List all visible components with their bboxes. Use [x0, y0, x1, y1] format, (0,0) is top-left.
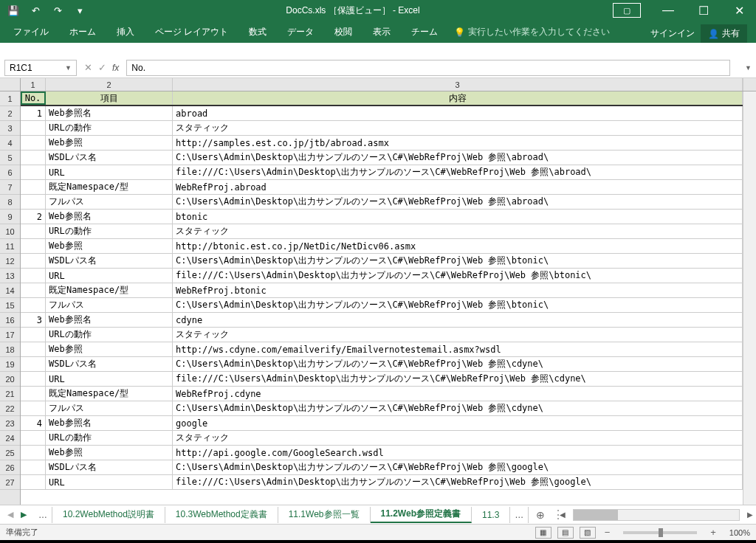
cell[interactable]: http://api.google.com/GoogleSearch.wsdl	[173, 446, 743, 460]
cell[interactable]	[21, 431, 46, 445]
zoom-slider[interactable]	[623, 531, 697, 534]
row-header[interactable]: 27	[0, 475, 20, 490]
qat-more-icon[interactable]: ▾	[74, 4, 86, 16]
cell[interactable]: 3	[21, 313, 46, 327]
name-box[interactable]: R1C1 ▼	[4, 60, 77, 76]
cell[interactable]: Web参照	[46, 446, 173, 460]
cell[interactable]	[21, 180, 46, 194]
sheet-nav-prev-icon[interactable]: ◀	[7, 510, 13, 519]
column-header[interactable]: 3	[173, 78, 743, 91]
cell[interactable]: URLの動作	[46, 224, 173, 238]
cell[interactable]	[21, 136, 46, 150]
cell[interactable]: abroad	[173, 106, 743, 120]
cell[interactable]	[21, 357, 46, 371]
cell[interactable]: C:\Users\Admin\Desktop\出力サンプルのソース\C#\Web…	[173, 460, 743, 474]
row-header[interactable]: 5	[0, 151, 20, 165]
cell[interactable]: WebRefProj.btonic	[173, 283, 743, 297]
sheet-nav-next-icon[interactable]: ▶	[21, 510, 27, 519]
row-header[interactable]: 22	[0, 401, 20, 416]
close-button[interactable]: ✕	[722, 0, 756, 21]
cell[interactable]: 既定Namespace/型	[46, 387, 173, 401]
cell[interactable]	[21, 446, 46, 460]
cell[interactable]	[21, 195, 46, 209]
row-header[interactable]: 15	[0, 298, 20, 313]
cell[interactable]	[21, 239, 46, 253]
maximize-button[interactable]: ☐	[687, 0, 721, 21]
cell[interactable]: Web参照名	[46, 416, 173, 430]
column-header[interactable]: 2	[46, 78, 173, 91]
row-header[interactable]: 25	[0, 446, 20, 460]
cell[interactable]: 4	[21, 416, 46, 430]
add-sheet-button[interactable]: ⊕	[529, 509, 552, 521]
row-header[interactable]: 8	[0, 195, 20, 210]
cell[interactable]: C:\Users\Admin\Desktop\出力サンプルのソース\C#\Web…	[173, 151, 743, 165]
cell[interactable]	[21, 269, 46, 283]
cell[interactable]	[21, 165, 46, 179]
cell[interactable]: Web参照	[46, 136, 173, 150]
cell[interactable]	[21, 372, 46, 386]
ribbon-tab[interactable]: 校閲	[324, 21, 362, 43]
row-header[interactable]: 21	[0, 387, 20, 401]
header-cell[interactable]: 内容	[173, 91, 743, 105]
cell[interactable]: Web参照	[46, 342, 173, 356]
cell[interactable]: スタティック	[173, 224, 743, 238]
row-header[interactable]: 23	[0, 416, 20, 431]
ribbon-tab[interactable]: 表示	[362, 21, 401, 43]
ribbon-tab[interactable]: データ	[277, 21, 324, 43]
cell[interactable]: フルパス	[46, 401, 173, 415]
cell[interactable]: WebRefProj.abroad	[173, 180, 743, 194]
row-header[interactable]: 12	[0, 254, 20, 269]
cell[interactable]: Web参照名	[46, 210, 173, 224]
grid-body[interactable]: No.項目内容1Web参照名abroadURLの動作スタティックWeb参照htt…	[21, 91, 743, 505]
share-button[interactable]: 👤共有	[701, 24, 747, 43]
row-header[interactable]: 7	[0, 180, 20, 195]
row-header[interactable]: 1	[0, 91, 20, 106]
ribbon-tab[interactable]: ホーム	[59, 21, 106, 43]
row-header[interactable]: 16	[0, 313, 20, 328]
ribbon-tab[interactable]: ファイル	[3, 21, 59, 43]
cell[interactable]	[21, 224, 46, 238]
undo-icon[interactable]: ↶	[30, 4, 41, 16]
sheet-ellipsis-left[interactable]: …	[34, 507, 52, 523]
redo-icon[interactable]: ↷	[52, 4, 63, 16]
row-header[interactable]: 10	[0, 224, 20, 239]
cell[interactable]: C:\Users\Admin\Desktop\出力サンプルのソース\C#\Web…	[173, 298, 743, 312]
row-header[interactable]: 26	[0, 460, 20, 475]
zoom-slider-thumb[interactable]	[659, 528, 663, 537]
cell[interactable]	[21, 460, 46, 474]
cell[interactable]: URLの動作	[46, 328, 173, 342]
chevron-down-icon[interactable]: ▼	[65, 64, 72, 72]
hscroll-right-icon[interactable]: ▶	[744, 509, 756, 521]
cell[interactable]: Web参照名	[46, 313, 173, 327]
hscroll-thumb[interactable]	[574, 510, 618, 520]
fx-icon[interactable]: fx	[112, 63, 119, 73]
hscroll-left-icon[interactable]: ◀	[557, 509, 568, 521]
row-header[interactable]: 20	[0, 372, 20, 387]
normal-view-icon[interactable]: ▦	[535, 527, 551, 539]
tell-me-search[interactable]: 💡実行したい作業を入力してください	[448, 21, 616, 43]
cell[interactable]	[21, 121, 46, 135]
row-header[interactable]: 17	[0, 328, 20, 342]
row-header[interactable]: 11	[0, 239, 20, 254]
sheet-tab[interactable]: 11.2Web参照定義書	[371, 507, 472, 523]
page-layout-view-icon[interactable]: ▤	[557, 527, 574, 539]
sheet-ellipsis-right[interactable]: …	[510, 507, 529, 523]
cell[interactable]: C:\Users\Admin\Desktop\出力サンプルのソース\C#\Web…	[173, 195, 743, 209]
row-header[interactable]: 13	[0, 269, 20, 283]
page-break-view-icon[interactable]: ▧	[580, 527, 596, 539]
cell[interactable]: 1	[21, 106, 46, 120]
cell[interactable]	[21, 328, 46, 342]
row-header[interactable]: 18	[0, 342, 20, 357]
cell[interactable]: URL	[46, 475, 173, 489]
cell[interactable]	[21, 283, 46, 297]
row-header[interactable]: 2	[0, 106, 20, 121]
row-header[interactable]: 14	[0, 283, 20, 298]
horizontal-scrollbar[interactable]	[573, 509, 740, 521]
save-icon[interactable]: 💾	[7, 4, 19, 16]
ribbon-tab[interactable]: ページ レイアウト	[145, 21, 238, 43]
cell[interactable]: フルパス	[46, 195, 173, 209]
ribbon-tab[interactable]: チーム	[401, 21, 448, 43]
cell[interactable]: C:\Users\Admin\Desktop\出力サンプルのソース\C#\Web…	[173, 357, 743, 371]
cell[interactable]: btonic	[173, 210, 743, 224]
cell[interactable]: WSDLパス名	[46, 254, 173, 268]
